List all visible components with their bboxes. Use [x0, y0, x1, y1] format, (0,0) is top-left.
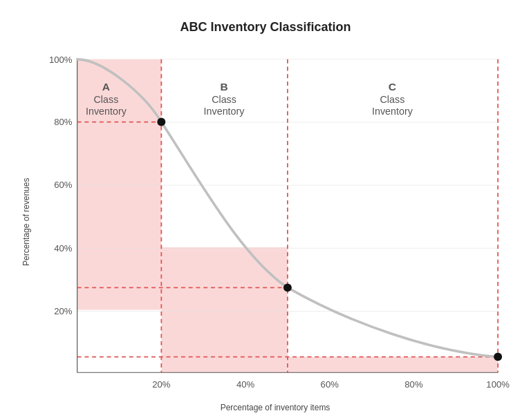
- svg-wrap: 100% 80% 60% 40% 20% 20% 40% 60% 80% 100…: [36, 41, 514, 399]
- xtick-40: 40%: [236, 379, 255, 390]
- class-a-label: A: [102, 81, 110, 93]
- datapoint-c: [494, 353, 502, 361]
- class-c-label: C: [389, 81, 396, 93]
- main-chart-svg: 100% 80% 60% 40% 20% 20% 40% 60% 80% 100…: [36, 41, 514, 399]
- x-axis-label: Percentage of inventory items: [36, 399, 514, 414]
- xtick-100: 100%: [486, 379, 510, 390]
- datapoint-b: [283, 283, 292, 292]
- xtick-20: 20%: [152, 379, 171, 390]
- class-a-label3: Inventory: [86, 106, 127, 117]
- chart-title: ABC Inventory Classification: [180, 20, 351, 35]
- b-region-shade: [161, 247, 288, 372]
- ytick-100: 100%: [49, 55, 73, 65]
- datapoint-a: [157, 118, 165, 126]
- a-region-shade: [77, 59, 162, 310]
- class-b-label3: Inventory: [204, 106, 245, 117]
- ytick-40: 40%: [54, 243, 73, 254]
- class-b-label: B: [220, 81, 227, 93]
- chart-container: ABC Inventory Classification Percentage …: [17, 13, 514, 407]
- xtick-60: 60%: [321, 379, 339, 390]
- class-c-label2: Class: [380, 94, 405, 105]
- chart-area: Percentage of revenues: [17, 41, 514, 414]
- class-a-label2: Class: [94, 94, 119, 105]
- class-b-label2: Class: [212, 94, 236, 105]
- ytick-80: 80%: [54, 117, 73, 127]
- y-axis-label: Percentage of revenues: [21, 190, 31, 266]
- xtick-80: 80%: [404, 379, 423, 390]
- chart-inner: 100% 80% 60% 40% 20% 20% 40% 60% 80% 100…: [36, 41, 514, 414]
- ytick-60: 60%: [54, 180, 73, 190]
- class-c-label3: Inventory: [372, 106, 413, 117]
- ytick-20: 20%: [54, 306, 73, 316]
- y-axis-label-wrap: Percentage of revenues: [17, 41, 36, 414]
- c-region-shade: [288, 357, 498, 373]
